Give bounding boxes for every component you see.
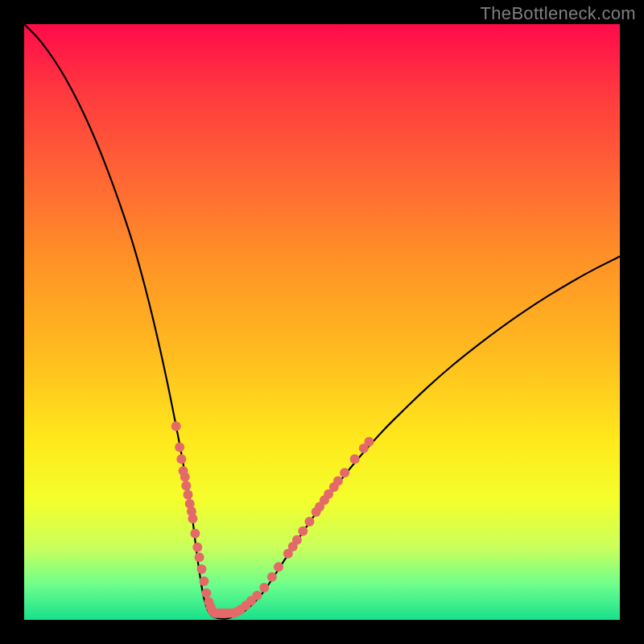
curve-dot [304,517,314,526]
curve-dot [181,481,191,491]
curve-dot [201,588,211,598]
curve-dot [292,535,302,545]
curve-dot [184,490,193,500]
chart-stage: TheBottleneck.com [0,0,644,644]
curve-dot [252,591,262,601]
curve-dot [188,514,197,523]
curve-svg [24,24,620,620]
curve-dot [298,526,308,536]
curve-dot [340,468,349,477]
curve-dot [259,583,269,592]
bottleneck-curve [24,24,620,619]
watermark-text: TheBottleneck.com [481,3,636,24]
curve-dot [190,529,200,539]
plot-area [24,24,620,620]
curve-dot [364,437,374,447]
curve-dot [195,552,204,562]
curve-dot [171,422,181,431]
curve-dot [350,454,360,464]
curve-dot [333,477,343,486]
curve-dot [180,472,190,481]
curve-dot [199,576,208,586]
curve-dot [175,442,184,452]
curve-dot [274,562,283,572]
curve-dot [267,572,277,582]
curve-dot [176,454,186,464]
curve-dot [197,564,207,574]
curve-dot [192,543,202,552]
